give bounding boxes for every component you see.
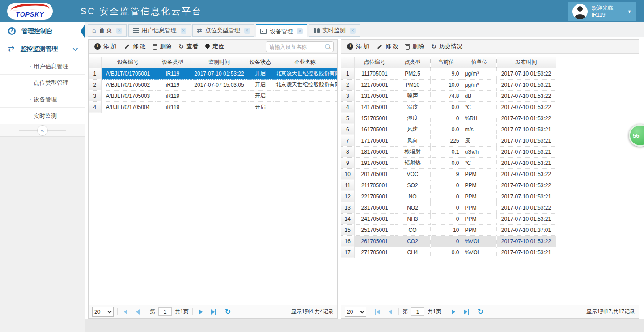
cell[interactable] bbox=[191, 101, 248, 113]
cell[interactable]: 开启 bbox=[248, 68, 273, 79]
cell[interactable]: 191705001 bbox=[354, 157, 395, 168]
cell[interactable]: %VOL bbox=[462, 247, 496, 258]
cell[interactable]: 0.1 bbox=[430, 146, 462, 157]
cell[interactable]: 9 bbox=[430, 168, 462, 180]
cell[interactable]: 2017-07-10 01:53:22 bbox=[496, 235, 556, 247]
table-row[interactable]: 10201705001VOC9PPM2017-07-10 01:53:22 bbox=[341, 168, 556, 180]
cell[interactable]: 2017-07-10 01:53:21 bbox=[496, 213, 556, 224]
next-page-button[interactable] bbox=[449, 307, 458, 316]
cell[interactable]: 181705001 bbox=[354, 146, 395, 157]
first-page-button[interactable] bbox=[374, 307, 383, 316]
table-row[interactable]: 14241705001NH30PPM2017-07-10 01:53:21 bbox=[341, 213, 556, 224]
table-row[interactable]: 12221705001NO0PPM2017-07-10 01:53:21 bbox=[341, 191, 556, 202]
user-menu[interactable]: 欢迎光临, iR119 ▼ bbox=[568, 2, 636, 21]
table-row[interactable]: 4141705001温度0.0℃2017-07-10 01:53:22 bbox=[341, 101, 556, 113]
close-icon[interactable]: × bbox=[297, 28, 303, 34]
cell[interactable]: 2017-07-10 01:53:21 bbox=[496, 79, 556, 90]
column-header[interactable]: 企业名称 bbox=[273, 57, 337, 68]
cell[interactable]: iR119 bbox=[155, 90, 191, 101]
cell[interactable]: 2017-07-10 01:53:22 bbox=[496, 180, 556, 191]
cell[interactable]: 湿度 bbox=[395, 113, 430, 124]
sidebar-item-realtime[interactable]: 实时监测 bbox=[0, 108, 85, 124]
cell[interactable]: 2017-07-10 01:53:22 bbox=[496, 168, 556, 180]
add-button[interactable]: + 添 加 bbox=[343, 40, 373, 53]
search-icon[interactable] bbox=[324, 43, 331, 50]
tab-device-mgmt[interactable]: 设备管理 × bbox=[256, 24, 307, 38]
delete-button[interactable]: 删除 bbox=[402, 40, 428, 53]
cell[interactable]: 171705001 bbox=[354, 135, 395, 146]
cell[interactable]: 111705001 bbox=[354, 68, 395, 79]
table-row[interactable]: 11211705001SO20PPM2017-07-10 01:53:22 bbox=[341, 180, 556, 191]
cell[interactable]: 141705001 bbox=[354, 101, 395, 113]
cell[interactable]: 225 bbox=[430, 135, 462, 146]
cell[interactable]: 0 bbox=[430, 191, 462, 202]
cell[interactable]: PM10 bbox=[395, 79, 430, 90]
table-row[interactable]: 17271705001CH40.0%VOL2017-07-10 01:53:21 bbox=[341, 247, 556, 258]
cell[interactable]: 0.0 bbox=[430, 157, 462, 168]
column-header[interactable]: 设备类型 bbox=[155, 57, 191, 68]
cell[interactable]: dB bbox=[462, 90, 496, 101]
close-icon[interactable]: × bbox=[350, 28, 356, 34]
cell[interactable]: VOC bbox=[395, 168, 430, 180]
column-header[interactable]: 设备状态 bbox=[248, 57, 273, 68]
tab-user-info[interactable]: 用户信息管理 × bbox=[128, 24, 191, 37]
cell[interactable]: A/BJLT/0/1705004 bbox=[101, 101, 155, 113]
cell[interactable]: uSv/h bbox=[462, 146, 496, 157]
cell[interactable]: ℃ bbox=[462, 101, 496, 113]
table-row[interactable]: 4A/BJLT/0/1705004iR119开启 bbox=[89, 101, 337, 113]
cell[interactable]: 0 bbox=[430, 113, 462, 124]
cell[interactable]: 251705001 bbox=[354, 224, 395, 235]
cell[interactable]: iR119 bbox=[155, 79, 191, 90]
collapse-sidebar-button[interactable]: « bbox=[37, 125, 48, 136]
cell[interactable]: SO2 bbox=[395, 180, 430, 191]
cell[interactable]: iR119 bbox=[155, 68, 191, 79]
cell[interactable]: CH4 bbox=[395, 247, 430, 258]
page-number-input[interactable] bbox=[411, 307, 424, 316]
cell[interactable]: A/BJLT/0/1705003 bbox=[101, 90, 155, 101]
cell[interactable]: PPM bbox=[462, 202, 496, 213]
refresh-icon[interactable]: ↻ bbox=[225, 308, 231, 315]
page-size-select[interactable]: 20 bbox=[345, 307, 366, 317]
cell[interactable]: 161705001 bbox=[354, 124, 395, 135]
cell[interactable]: 风向 bbox=[395, 135, 430, 146]
cell[interactable]: 271705001 bbox=[354, 247, 395, 258]
cell[interactable]: 0.0 bbox=[430, 247, 462, 258]
cell[interactable]: 2017-07-10 01:53:21 bbox=[496, 247, 556, 258]
cell[interactable] bbox=[191, 90, 248, 101]
table-row[interactable]: 1A/BJLT/0/1705001iR1192017-07-10 01:53:2… bbox=[89, 68, 337, 79]
close-icon[interactable]: × bbox=[181, 28, 186, 34]
sidebar-item-device-mgmt[interactable]: 设备管理 bbox=[0, 91, 85, 108]
cell[interactable]: 241705001 bbox=[354, 213, 395, 224]
search-input[interactable] bbox=[266, 44, 324, 50]
cell[interactable]: NH3 bbox=[395, 213, 430, 224]
cell[interactable]: m/s bbox=[462, 124, 496, 135]
first-page-button[interactable] bbox=[121, 307, 130, 316]
column-header[interactable]: 设备编号 bbox=[101, 57, 155, 68]
cell[interactable]: 北京凌天世纪控股股份有限公司 bbox=[273, 79, 337, 90]
cell[interactable]: 2017-07-10 01:53:21 bbox=[496, 146, 556, 157]
cell[interactable]: 9.0 bbox=[430, 68, 462, 79]
cell[interactable] bbox=[273, 90, 337, 101]
locate-button[interactable]: 定位 bbox=[202, 40, 228, 53]
cell[interactable]: 2017-07-10 01:53:22 bbox=[496, 202, 556, 213]
cell[interactable]: 10 bbox=[430, 224, 462, 235]
prev-page-button[interactable] bbox=[133, 307, 142, 316]
cell[interactable]: 74.8 bbox=[430, 90, 462, 101]
column-header[interactable]: 监测时间 bbox=[191, 57, 248, 68]
cell[interactable]: 2017-07-07 15:03:05 bbox=[191, 79, 248, 90]
edit-button[interactable]: 修 改 bbox=[120, 40, 150, 53]
table-row[interactable]: 7171705001风向225度2017-07-10 01:53:21 bbox=[341, 135, 556, 146]
cell[interactable]: A/BJLT/0/1705001 bbox=[101, 68, 155, 79]
cell[interactable]: CO bbox=[395, 224, 430, 235]
cell[interactable]: 2017-07-10 01:37:01 bbox=[496, 224, 556, 235]
refresh-icon[interactable]: ↻ bbox=[478, 308, 483, 315]
table-row[interactable]: 6161705001风速0.0m/s2017-07-10 01:53:21 bbox=[341, 124, 556, 135]
add-button[interactable]: + 添 加 bbox=[91, 40, 120, 53]
cell[interactable]: 201705001 bbox=[354, 168, 395, 180]
edit-button[interactable]: 修 改 bbox=[373, 40, 402, 53]
tab-home[interactable]: ⌂ 首 页 × bbox=[88, 24, 127, 37]
tab-point-type[interactable]: ⇄ 点位类型管理 × bbox=[192, 24, 254, 37]
cell[interactable]: 2017-07-10 01:53:22 bbox=[496, 101, 556, 113]
cell[interactable]: 风速 bbox=[395, 124, 430, 135]
cell[interactable]: 0.0 bbox=[430, 101, 462, 113]
